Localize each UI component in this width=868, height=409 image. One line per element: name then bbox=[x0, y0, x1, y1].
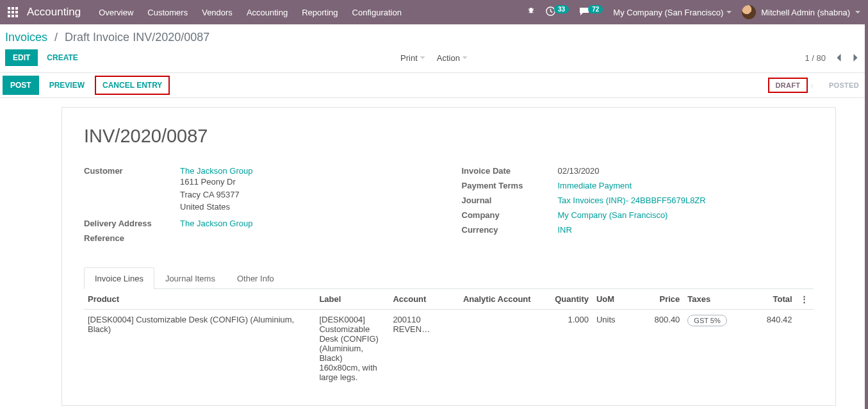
invoice-date-label: Invoice Date bbox=[462, 166, 558, 176]
status-separator: › bbox=[810, 80, 814, 90]
menu-overview[interactable]: Overview bbox=[99, 8, 133, 17]
status-draft[interactable]: DRAFT bbox=[768, 78, 808, 93]
col-label: Label bbox=[315, 289, 389, 310]
delivery-address-link[interactable]: The Jackson Group bbox=[180, 219, 252, 228]
table-row[interactable]: [DESK0004] Customizable Desk (CONFIG) (A… bbox=[84, 309, 814, 387]
menu-configuration[interactable]: Configuration bbox=[352, 8, 402, 17]
delivery-address-label: Delivery Address bbox=[84, 219, 180, 228]
post-button[interactable]: POST bbox=[3, 76, 39, 95]
activity-indicator[interactable]: 33 bbox=[546, 6, 569, 18]
main-menu: Overview Customers Vendors Accounting Re… bbox=[99, 8, 402, 17]
status-posted: POSTED bbox=[823, 79, 865, 92]
menu-reporting[interactable]: Reporting bbox=[302, 8, 338, 17]
payment-terms-label: Payment Terms bbox=[462, 181, 558, 190]
tab-other-info[interactable]: Other Info bbox=[226, 267, 285, 289]
customer-label: Customer bbox=[84, 166, 180, 213]
col-product: Product bbox=[84, 289, 315, 310]
tabs: Invoice Lines Journal Items Other Info bbox=[84, 267, 814, 289]
breadcrumb: Invoices / Draft Invoice INV/2020/0087 bbox=[5, 31, 863, 44]
company-selector[interactable]: My Company (San Francisco) bbox=[613, 8, 732, 17]
cell-uom: Units bbox=[593, 309, 635, 387]
invoice-date-value: 02/13/2020 bbox=[558, 166, 600, 176]
col-account: Account bbox=[389, 289, 459, 310]
breadcrumb-current: Draft Invoice INV/2020/0087 bbox=[65, 31, 209, 44]
customer-link[interactable]: The Jackson Group bbox=[180, 166, 252, 176]
currency-link[interactable]: INR bbox=[558, 225, 572, 235]
pager-text: 1 / 80 bbox=[805, 53, 826, 63]
cell-taxes: GST 5% bbox=[684, 309, 740, 387]
company-link[interactable]: My Company (San Francisco) bbox=[558, 210, 668, 220]
col-quantity: Quantity bbox=[543, 289, 593, 310]
menu-customers[interactable]: Customers bbox=[147, 8, 188, 17]
invoice-lines-table: Product Label Account Analytic Account Q… bbox=[84, 289, 814, 387]
chatter-strip[interactable] bbox=[865, 24, 868, 409]
print-dropdown[interactable]: Print bbox=[400, 53, 425, 63]
breadcrumb-separator: / bbox=[51, 31, 61, 44]
cell-label: [DESK0004] Customizable Desk (CONFIG) (A… bbox=[315, 309, 389, 387]
company-label: Company bbox=[462, 210, 558, 220]
username-label: Mitchell Admin (shabna) bbox=[761, 8, 850, 17]
cell-account: 200110 REVEN… bbox=[389, 309, 459, 387]
col-options[interactable]: ⋮ bbox=[796, 289, 814, 310]
breadcrumb-root[interactable]: Invoices bbox=[5, 31, 47, 44]
caret-down-icon bbox=[855, 11, 860, 13]
cell-total: 840.42 bbox=[740, 309, 796, 387]
edit-button[interactable]: EDIT bbox=[5, 49, 38, 66]
cell-price: 800.40 bbox=[635, 309, 684, 387]
col-price: Price bbox=[635, 289, 684, 310]
journal-link[interactable]: Tax Invoices (INR)- 24BBBFF5679L8ZR bbox=[558, 196, 706, 205]
pager-next[interactable] bbox=[848, 50, 863, 65]
create-button[interactable]: CREATE bbox=[47, 53, 78, 62]
col-uom: UoM bbox=[593, 289, 635, 310]
form-sheet: INV/2020/0087 Customer The Jackson Group… bbox=[61, 107, 836, 406]
col-taxes: Taxes bbox=[684, 289, 740, 310]
action-dropdown[interactable]: Action bbox=[437, 53, 468, 63]
cell-product: [DESK0004] Customizable Desk (CONFIG) (A… bbox=[84, 309, 315, 387]
col-analytic: Analytic Account bbox=[459, 289, 543, 310]
reference-label: Reference bbox=[84, 233, 180, 243]
activity-count: 33 bbox=[554, 5, 569, 13]
message-count: 72 bbox=[588, 5, 603, 13]
addr-line1: 1611 Peony Dr bbox=[180, 176, 252, 188]
cell-quantity: 1.000 bbox=[543, 309, 593, 387]
bug-icon[interactable] bbox=[527, 7, 536, 18]
menu-vendors[interactable]: Vendors bbox=[202, 8, 233, 17]
preview-button[interactable]: PREVIEW bbox=[42, 76, 92, 95]
tab-invoice-lines[interactable]: Invoice Lines bbox=[84, 267, 154, 289]
cancel-entry-button[interactable]: CANCEL ENTRY bbox=[95, 76, 170, 95]
tab-journal-items[interactable]: Journal Items bbox=[154, 267, 226, 289]
avatar bbox=[742, 5, 756, 19]
addr-line3: United States bbox=[180, 201, 252, 213]
app-name[interactable]: Accounting bbox=[27, 6, 81, 19]
col-total: Total bbox=[740, 289, 796, 310]
menu-accounting[interactable]: Accounting bbox=[247, 8, 288, 17]
caret-down-icon bbox=[726, 11, 732, 13]
company-name: My Company (San Francisco) bbox=[613, 8, 723, 17]
caret-down-icon bbox=[420, 56, 425, 59]
cell-analytic bbox=[459, 309, 543, 387]
document-title: INV/2020/0087 bbox=[84, 126, 814, 147]
payment-terms-link[interactable]: Immediate Payment bbox=[558, 181, 632, 190]
message-indicator[interactable]: 72 bbox=[579, 7, 603, 18]
addr-line2: Tracy CA 95377 bbox=[180, 188, 252, 201]
tax-pill: GST 5% bbox=[687, 315, 726, 326]
journal-label: Journal bbox=[462, 196, 558, 205]
user-menu[interactable]: Mitchell Admin (shabna) bbox=[742, 5, 860, 19]
main-nav: Accounting Overview Customers Vendors Ac… bbox=[0, 0, 868, 24]
caret-down-icon bbox=[463, 56, 468, 59]
apps-icon[interactable] bbox=[8, 7, 18, 17]
currency-label: Currency bbox=[462, 225, 558, 235]
pager-prev[interactable] bbox=[831, 50, 846, 65]
